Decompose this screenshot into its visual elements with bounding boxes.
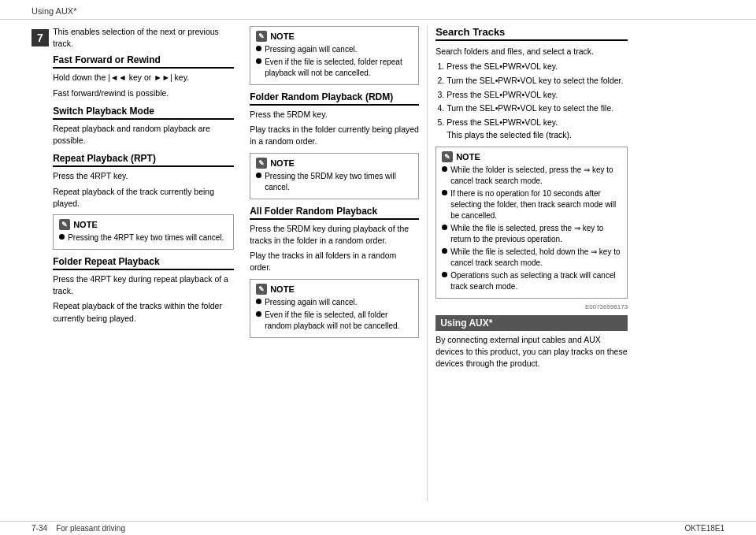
search-tracks-title: Search Tracks [435,26,628,41]
chapter-number-wrapper: 7 [32,26,53,501]
note-fr-icon: ✎ [256,158,267,169]
note-bullet-m2 [256,58,261,64]
section-switch-playback: Switch Playback Mode Repeat playback and… [53,106,234,147]
left-column: This enables selection of the next or pr… [53,26,242,501]
section-folder-random: Folder Random Playback (RDM) Press the 5… [250,91,419,148]
repeat-playback-body-2: Repeat playback of the track currently b… [53,186,234,210]
note-middle-icon: ✎ [256,31,267,42]
note-bullet-s4 [442,248,447,254]
section-all-folder-random: All Folder Random Playback Press the 5RD… [250,206,419,274]
chapter-box: 7 [32,29,49,46]
search-step-2: Turn the SEL•PWR•VOL key to select the f… [447,75,628,87]
section-repeat-playback: Repeat Playback (RPT) Press the 4RPT key… [53,153,234,210]
note-search-item-3: While the file is selected, press the ⇒ … [442,223,621,245]
folder-random-body-1: Press the 5RDM key. [250,109,419,121]
note-folder-random-header: ✎ NOTE [256,158,413,169]
note-search-item-5: Operations such as selecting a track wil… [442,270,621,292]
note-all-folder-item-2: Even if the file is selected, all folder… [256,310,413,332]
page-container: Using AUX* 7 This enables selection of t… [0,0,756,535]
header-bar: Using AUX* [0,0,756,20]
note-search-item-4: While the file is selected, hold down th… [442,247,621,269]
columns-wrapper: This enables selection of the next or pr… [53,26,748,501]
section-folder-repeat: Folder Repeat Playback Press the 4RPT ke… [53,256,234,325]
note-middle-header: ✎ NOTE [256,31,413,42]
note-folder-random-item: Pressing the 5RDM key two times will can… [256,171,413,193]
folder-repeat-body-1: Press the 4RPT key during repeat playbac… [53,273,234,297]
note-bullet-m1 [256,46,261,51]
header-title: Using AUX* [32,6,76,16]
fast-forward-title: Fast Forward or Rewind [53,54,234,69]
fast-forward-body-1: Hold down the |◄◄ key or ►►| key. [53,72,234,84]
fast-forward-body-2: Fast forward/rewind is possible. [53,87,234,99]
note-middle-item-2: Even if the file is selected, folder rep… [256,57,413,79]
note-repeat-item: Pressing the 4RPT key two times will can… [59,232,228,243]
search-step-3: Press the SEL•PWR•VOL key. [447,89,628,102]
section-fast-forward: Fast Forward or Rewind Hold down the |◄◄… [53,54,234,98]
note-bullet-s5 [442,272,447,277]
all-folder-random-body-2: Play the tracks in all folders in a rand… [250,250,419,273]
note-bullet-s3 [442,225,447,230]
note-bullet-s1 [442,166,447,172]
all-folder-random-body-1: Press the 5RDM key during playback of th… [250,223,419,247]
intro-text: This enables selection of the next or pr… [53,26,234,50]
note-search-box: ✎ NOTE While the folder is selected, pre… [435,147,628,299]
note-bullet-fr [256,173,261,178]
note-folder-random-box: ✎ NOTE Pressing the 5RDM key two times w… [250,153,419,199]
note-bullet-af1 [256,299,261,304]
search-step-4: Turn the SEL•PWR•VOL key to select the f… [447,102,628,115]
search-step-1: Press the SEL•PWR•VOL key. [447,61,628,73]
aux-body: By connecting external input cables and … [435,334,628,370]
search-steps-list: Press the SEL•PWR•VOL key. Turn the SEL•… [435,61,628,142]
note-repeat-box: ✎ NOTE Pressing the 4RPT key two times w… [53,214,234,250]
note-bullet-s2 [442,190,447,195]
switch-playback-body: Repeat playback and random playback are … [53,123,234,147]
note-bullet-af2 [256,311,261,317]
note-repeat-header: ✎ NOTE [59,219,228,230]
note-middle-item-1: Pressing again will cancel. [256,44,413,55]
folder-repeat-title: Folder Repeat Playback [53,256,234,270]
footer-page: 7-34 For pleasant driving [32,524,125,533]
all-folder-random-title: All Folder Random Playback [250,206,419,220]
repeat-playback-body-1: Press the 4RPT key. [53,170,234,182]
note-all-folder-item-1: Pressing again will cancel. [256,297,413,308]
note-search-item-2: If there is no operation for 10 seconds … [442,188,621,221]
note-search-header: ✎ NOTE [442,151,621,162]
note-all-folder-box: ✎ NOTE Pressing again will cancel. Even … [250,279,419,338]
note-s-icon: ✎ [442,151,453,162]
note-all-folder-header: ✎ NOTE [256,284,413,295]
folder-random-body-2: Play tracks in the folder currently bein… [250,124,419,147]
footer-code: OKTE18E1 [684,524,724,533]
folder-repeat-body-2: Repeat playback of the tracks within the… [53,300,234,324]
search-step-5: Press the SEL•PWR•VOL key.This plays the… [447,117,628,142]
search-tracks-intro: Search folders and files, and select a t… [435,46,628,58]
note-bullet [59,234,65,240]
using-aux-box: Using AUX* [435,315,628,331]
note-af-icon: ✎ [256,284,267,295]
note-icon: ✎ [59,219,70,230]
footer-bar: 7-34 For pleasant driving OKTE18E1 [0,521,756,535]
main-content: 7 This enables selection of the next or … [0,20,756,507]
note-search-item-1: While the folder is selected, press the … [442,165,621,187]
folder-random-title: Folder Random Playback (RDM) [250,91,419,106]
note-middle-box: ✎ NOTE Pressing again will cancel. Even … [250,26,419,85]
image-id: E00736998173 [435,303,628,310]
switch-playback-title: Switch Playback Mode [53,106,234,120]
right-column: Search Tracks Search folders and files, … [427,26,628,501]
middle-column: ✎ NOTE Pressing again will cancel. Even … [242,26,427,501]
repeat-playback-title: Repeat Playback (RPT) [53,153,234,167]
